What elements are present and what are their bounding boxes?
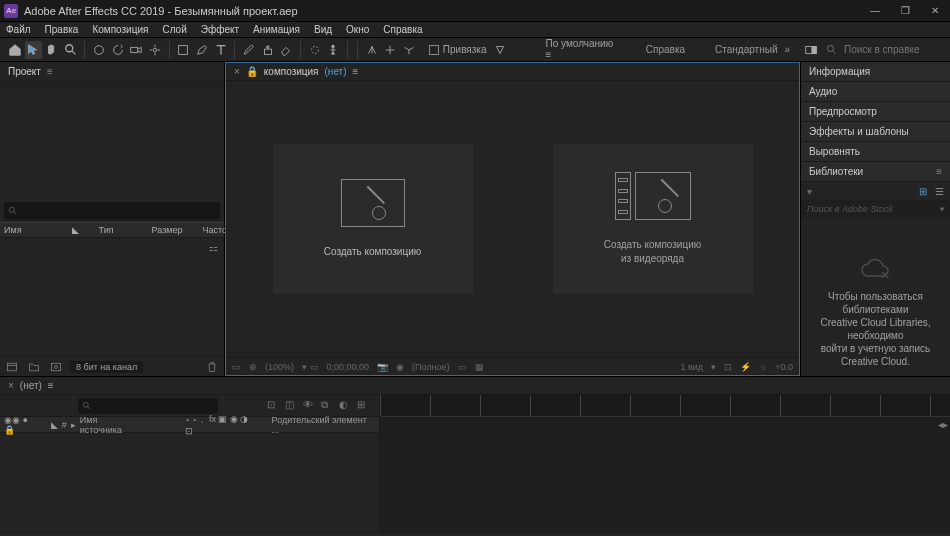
resolution-dropdown[interactable]: ▾ ▭: [302, 362, 319, 372]
audio-panel-tab[interactable]: Аудио: [801, 82, 950, 102]
index-col[interactable]: #: [62, 420, 67, 430]
comp-flowchart-icon[interactable]: ⊡: [267, 399, 281, 413]
pan-behind-tool[interactable]: [146, 41, 164, 59]
puppet-tool[interactable]: [325, 41, 343, 59]
timeline-layers-area[interactable]: [0, 433, 379, 532]
camera-tool[interactable]: [127, 41, 145, 59]
label-col[interactable]: ◣: [51, 420, 58, 430]
effects-panel-tab[interactable]: Эффекты и шаблоны: [801, 122, 950, 142]
menu-composition[interactable]: Композиция: [92, 24, 148, 35]
library-search[interactable]: Поиск в Adobe Stock ▾: [801, 200, 950, 218]
view-layout-icon[interactable]: ▾: [711, 362, 716, 372]
snap-checkbox[interactable]: [429, 45, 439, 55]
maximize-button[interactable]: ❐: [890, 0, 920, 22]
collapse-button[interactable]: ◂▸: [938, 419, 948, 430]
rotation-tool[interactable]: [109, 41, 127, 59]
pixel-aspect-icon[interactable]: ⊡: [724, 362, 732, 372]
fast-previews-icon[interactable]: ⚡: [740, 362, 751, 372]
project-items-area[interactable]: ⚏: [0, 238, 224, 356]
workspace-default[interactable]: По умолчанию ≡: [540, 36, 622, 64]
clone-stamp-tool[interactable]: [259, 41, 277, 59]
brush-tool[interactable]: [240, 41, 258, 59]
local-axis-mode[interactable]: [363, 41, 381, 59]
panel-menu-icon[interactable]: ≡: [353, 66, 359, 77]
menu-layer[interactable]: Слой: [162, 24, 186, 35]
channel-icon[interactable]: ◉: [396, 362, 404, 372]
workspace-menu-icon[interactable]: ≡: [546, 49, 552, 60]
panel-menu-icon[interactable]: ≡: [47, 66, 53, 77]
pen-tool[interactable]: [193, 41, 211, 59]
zoom-level[interactable]: (100%): [265, 362, 294, 372]
create-composition-button[interactable]: Создать композицию: [273, 144, 473, 294]
workspace-help[interactable]: Справка: [640, 42, 691, 57]
menu-animation[interactable]: Анимация: [253, 24, 300, 35]
libraries-panel-tab[interactable]: Библиотеки≡: [801, 162, 950, 182]
snapshot-icon[interactable]: 📷: [377, 362, 388, 372]
magnification-icon[interactable]: ⊕: [249, 362, 257, 372]
workspace-standard[interactable]: Стандартный: [709, 42, 783, 57]
create-comp-from-footage-button[interactable]: Создать композицию из видеоряда: [553, 144, 753, 294]
dropdown-icon[interactable]: ▸: [71, 420, 76, 430]
current-time[interactable]: 0;00;00;00: [327, 362, 370, 372]
time-ruler[interactable]: [380, 395, 950, 417]
menu-window[interactable]: Окно: [346, 24, 369, 35]
resolution-label[interactable]: (Полное): [412, 362, 450, 372]
delete-button[interactable]: [204, 360, 220, 374]
info-panel-tab[interactable]: Информация: [801, 62, 950, 82]
new-composition-button[interactable]: [48, 360, 64, 374]
graph-editor-icon[interactable]: ⊞: [357, 399, 371, 413]
home-button[interactable]: [6, 41, 24, 59]
tag-icon[interactable]: ◣: [72, 225, 79, 235]
menu-file[interactable]: Файл: [6, 24, 31, 35]
column-type[interactable]: Тип: [99, 225, 114, 235]
menu-effect[interactable]: Эффект: [201, 24, 239, 35]
workspace-overflow[interactable]: »: [784, 44, 790, 55]
bpc-button[interactable]: 8 бит на канал: [70, 361, 143, 373]
menu-help[interactable]: Справка: [383, 24, 422, 35]
parent-col[interactable]: Родительский элемент ...: [272, 415, 375, 435]
align-panel-tab[interactable]: Выровнять: [801, 142, 950, 162]
close-tab-icon[interactable]: ×: [234, 66, 240, 77]
draft-3d-icon[interactable]: ◫: [285, 399, 299, 413]
close-button[interactable]: ✕: [920, 0, 950, 22]
text-tool[interactable]: [212, 41, 230, 59]
menu-edit[interactable]: Правка: [45, 24, 79, 35]
frame-blend-icon[interactable]: ⧉: [321, 399, 335, 413]
grid-view-icon[interactable]: ⊞: [919, 186, 927, 197]
timeline-graph-area[interactable]: ◂▸: [380, 395, 950, 532]
hand-tool[interactable]: [43, 41, 61, 59]
menu-view[interactable]: Вид: [314, 24, 332, 35]
zoom-tool[interactable]: [62, 41, 80, 59]
column-name[interactable]: Имя: [4, 225, 22, 235]
world-axis-mode[interactable]: [382, 41, 400, 59]
motion-blur-icon[interactable]: ◐: [339, 399, 353, 413]
search-help-input[interactable]: [844, 44, 944, 55]
eraser-tool[interactable]: [277, 41, 295, 59]
project-panel-tab[interactable]: Проект ≡: [0, 62, 224, 82]
roto-brush-tool[interactable]: [306, 41, 324, 59]
close-tab-icon[interactable]: ×: [8, 380, 14, 391]
preview-panel-tab[interactable]: Предпросмотр: [801, 102, 950, 122]
exposure-value[interactable]: +0.0: [775, 362, 793, 372]
column-size[interactable]: Размер: [152, 225, 183, 235]
exposure-icon[interactable]: ☼: [759, 362, 767, 372]
selection-tool[interactable]: [25, 41, 43, 59]
flowchart-icon[interactable]: ⚏: [209, 242, 218, 253]
chevron-down-icon[interactable]: ▾: [939, 204, 944, 214]
panel-menu-icon[interactable]: ≡: [936, 166, 942, 177]
list-view-icon[interactable]: ☰: [935, 186, 944, 197]
minimize-button[interactable]: —: [860, 0, 890, 22]
new-folder-button[interactable]: [26, 360, 42, 374]
timeline-search[interactable]: [78, 398, 218, 414]
roi-icon[interactable]: ▭: [458, 362, 467, 372]
timeline-tab[interactable]: × (нет) ≡: [0, 377, 950, 395]
always-preview-icon[interactable]: ▭: [232, 362, 241, 372]
view-count[interactable]: 1 вид: [680, 362, 703, 372]
hide-shy-icon[interactable]: 👁: [303, 399, 317, 413]
snap-options[interactable]: [491, 41, 509, 59]
panel-menu-icon[interactable]: ≡: [48, 380, 54, 391]
lock-icon[interactable]: 🔒: [246, 66, 258, 77]
library-dropdown[interactable]: ▾: [807, 186, 812, 197]
av-features-col[interactable]: ◉◉ ● 🔒: [4, 415, 41, 435]
rectangle-tool[interactable]: [175, 41, 193, 59]
